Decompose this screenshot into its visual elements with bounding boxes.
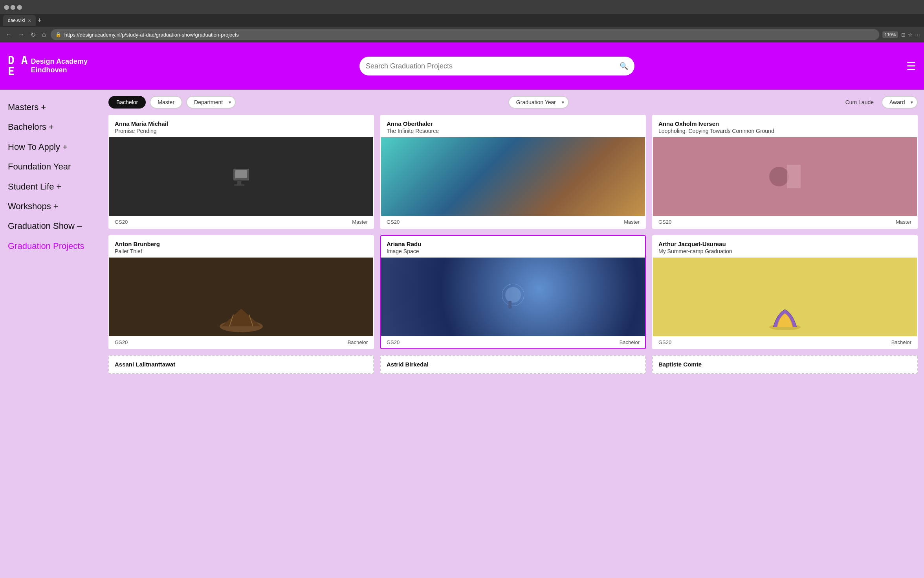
search-icon[interactable]: 🔍 <box>620 62 628 70</box>
card-title: The Infinite Resource <box>387 128 640 134</box>
menu-icon[interactable]: ⋯ <box>915 32 920 38</box>
project-card[interactable]: Anna Maria Michail Promise Pending GS20 … <box>108 115 374 229</box>
card-header: Anna Oxholm Iversen Loopholing: Copying … <box>653 116 917 137</box>
sidebar-item-bachelors[interactable]: Bachelors + <box>0 117 102 137</box>
award-select[interactable]: Award <box>882 96 918 109</box>
sidebar-item-graduation-show[interactable]: Graduation Show – <box>0 216 102 236</box>
card-gs: GS20 <box>658 339 671 345</box>
svg-marker-7 <box>222 309 261 326</box>
filter-bar: Bachelor Master Department Graduation Ye… <box>108 96 918 109</box>
browser-dots: ⬤ ⬤ ⬤ <box>4 4 22 10</box>
active-tab[interactable]: dae.wiki ✕ <box>3 15 36 26</box>
logo-text: Design Academy Eindhoven <box>31 57 88 74</box>
partial-card[interactable]: Baptiste Comte <box>652 355 918 374</box>
card-footer: GS20 Master <box>109 216 373 228</box>
card-author: Baptiste Comte <box>658 361 911 368</box>
project-card[interactable]: Arthur Jacquet-Usureau My Summer-camp Gr… <box>652 235 918 349</box>
search-container: 🔍 <box>88 57 906 75</box>
card-type: Bachelor <box>620 339 640 345</box>
svg-rect-2 <box>237 181 241 184</box>
hamburger-menu-icon[interactable]: ☰ <box>906 60 916 73</box>
search-bar: 🔍 <box>359 57 634 75</box>
browser-actions: ⊡ ☆ ⋯ <box>901 32 920 38</box>
graduation-year-select-wrapper: Graduation Year <box>508 96 569 109</box>
card-image <box>109 137 373 216</box>
svg-rect-5 <box>787 165 801 188</box>
card-gs: GS20 <box>658 219 671 225</box>
browser-chrome: ⬤ ⬤ ⬤ <box>0 0 924 14</box>
card-header: Ariana Radu Image Space <box>381 236 645 258</box>
logo-area[interactable]: D A E Design Academy Eindhoven <box>8 55 88 77</box>
card-author: Anna Maria Michail <box>115 120 368 127</box>
app-header: D A E Design Academy Eindhoven 🔍 ☰ <box>0 42 924 90</box>
department-select-wrapper: Department <box>186 96 236 109</box>
filter-master-btn[interactable]: Master <box>150 96 182 109</box>
sidebar-item-how-to-apply[interactable]: How To Apply + <box>0 137 102 157</box>
graduation-year-select[interactable]: Graduation Year <box>508 96 569 109</box>
card-title: My Summer-camp Graduation <box>658 248 911 254</box>
card-image-placeholder-icon <box>218 301 265 332</box>
card-footer: GS20 Master <box>381 216 645 228</box>
svg-rect-12 <box>508 301 512 309</box>
sidebar-item-masters[interactable]: Masters + <box>0 98 102 117</box>
content-area: Bachelor Master Department Graduation Ye… <box>102 90 924 578</box>
card-header: Anton Brunberg Pallet Thief <box>109 236 373 258</box>
card-gs: GS20 <box>387 339 400 345</box>
main-layout: Masters + Bachelors + How To Apply + Fou… <box>0 90 924 578</box>
card-type: Master <box>624 219 640 225</box>
card-gs: GS20 <box>115 339 128 345</box>
logo-letters: D A E <box>8 55 28 77</box>
card-image-placeholder-icon <box>226 165 257 188</box>
department-select[interactable]: Department <box>186 96 236 109</box>
card-image-placeholder-icon <box>765 161 805 192</box>
search-input[interactable] <box>366 62 616 70</box>
forward-button[interactable]: → <box>16 29 26 40</box>
card-author: Arthur Jacquet-Usureau <box>658 241 911 247</box>
card-footer: GS20 Bachelor <box>109 336 373 348</box>
tab-title: dae.wiki <box>8 18 25 23</box>
sidebar-item-student-life[interactable]: Student Life + <box>0 177 102 197</box>
sidebar-item-foundation-year[interactable]: Foundation Year <box>0 157 102 177</box>
card-image <box>109 258 373 336</box>
card-header: Anna Oberthaler The Infinite Resource <box>381 116 645 137</box>
partial-card[interactable]: Assani Lalitnanttawat <box>108 355 374 374</box>
card-author: Assani Lalitnanttawat <box>115 361 368 368</box>
card-title: Pallet Thief <box>115 248 368 254</box>
bookmark-icon[interactable]: ☆ <box>908 32 913 38</box>
zoom-level: 110% <box>882 31 898 38</box>
sidebar-item-workshops[interactable]: Workshops + <box>0 197 102 216</box>
svg-point-4 <box>769 167 789 186</box>
svg-rect-3 <box>234 184 244 186</box>
sidebar-item-graduation-projects[interactable]: Graduation Projects <box>0 236 102 256</box>
partial-card-row: Assani Lalitnanttawat Astrid Birkedal Ba… <box>108 355 918 374</box>
card-image <box>381 258 645 336</box>
card-author: Astrid Birkedal <box>387 361 640 368</box>
back-button[interactable]: ← <box>4 29 13 40</box>
project-card[interactable]: Anna Oberthaler The Infinite Resource GS… <box>380 115 646 229</box>
project-card[interactable]: Anna Oxholm Iversen Loopholing: Copying … <box>652 115 918 229</box>
partial-card[interactable]: Astrid Birkedal <box>380 355 646 374</box>
tab-bar: dae.wiki ✕ + <box>0 14 924 27</box>
address-bar[interactable]: 🔒 https://designacademy.nl/p/study-at-da… <box>51 29 879 40</box>
reload-button[interactable]: ↻ <box>29 29 37 40</box>
project-card-highlighted[interactable]: Ariana Radu Image Space GS20 Bachelor <box>380 235 646 349</box>
filter-bachelor-btn[interactable]: Bachelor <box>108 96 146 109</box>
card-type: Master <box>896 219 911 225</box>
card-image-placeholder-icon <box>497 281 529 313</box>
tab-close-icon[interactable]: ✕ <box>28 18 31 23</box>
new-tab-icon[interactable]: + <box>37 17 42 25</box>
card-header: Arthur Jacquet-Usureau My Summer-camp Gr… <box>653 236 917 258</box>
home-button[interactable]: ⌂ <box>40 29 48 40</box>
card-footer: GS20 Bachelor <box>653 336 917 348</box>
svg-rect-1 <box>235 170 247 178</box>
svg-point-11 <box>505 287 521 303</box>
extensions-icon[interactable]: ⊡ <box>901 32 906 38</box>
award-select-wrapper: Award <box>882 96 918 109</box>
project-card[interactable]: Anton Brunberg Pallet Thief GS20 Bachelo… <box>108 235 374 349</box>
cum-laude-label: Cum Laude <box>842 97 878 108</box>
lock-icon: 🔒 <box>55 32 61 37</box>
card-author: Anton Brunberg <box>115 241 368 247</box>
address-bar-row: ← → ↻ ⌂ 🔒 https://designacademy.nl/p/stu… <box>0 27 924 42</box>
card-header: Anna Maria Michail Promise Pending <box>109 116 373 137</box>
card-title: Promise Pending <box>115 128 368 134</box>
